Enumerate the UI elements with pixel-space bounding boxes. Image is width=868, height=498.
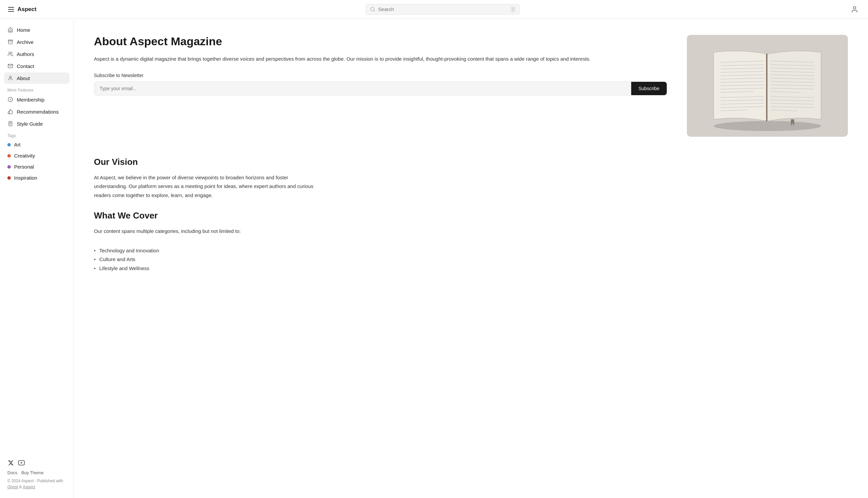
recommendations-icon xyxy=(8,108,13,115)
footer-links: Docs Buy Theme xyxy=(8,470,66,475)
page-title: About Aspect Magazine xyxy=(94,35,667,48)
tags-section: Art Creativity Personal Inspiration xyxy=(0,140,74,183)
vision-title: Our Vision xyxy=(94,157,322,167)
sidebar-item-label: Membership xyxy=(17,97,44,103)
sidebar-item-label: Home xyxy=(17,27,30,33)
tag-label: Art xyxy=(14,142,21,147)
contact-icon xyxy=(8,63,13,69)
sidebar-footer: Docs Buy Theme © 2024 Aspect - Published… xyxy=(0,454,74,493)
sidebar-item-archive[interactable]: Archive xyxy=(4,36,69,48)
email-input[interactable] xyxy=(94,81,631,95)
what-we-cover-list: Technology and Innovation Culture and Ar… xyxy=(94,246,322,273)
about-text: About Aspect Magazine Aspect is a dynami… xyxy=(94,35,667,137)
ghost-link[interactable]: Ghost xyxy=(8,485,18,489)
user-icon xyxy=(851,6,858,13)
brand-title: Aspect xyxy=(17,6,37,13)
art-dot xyxy=(8,143,11,146)
newsletter-form: Subscribe xyxy=(94,81,667,95)
archive-icon xyxy=(8,39,13,45)
tag-label: Inspiration xyxy=(14,175,37,181)
sidebar-nav: Home Archive xyxy=(0,24,74,84)
aspect-link[interactable]: Aspect xyxy=(23,485,35,489)
search-input[interactable] xyxy=(378,6,508,12)
youtube-icon[interactable] xyxy=(18,459,25,466)
menu-toggle-button[interactable] xyxy=(8,7,14,12)
sidebar-item-about[interactable]: About xyxy=(4,73,69,84)
style-guide-icon xyxy=(8,121,13,127)
svg-rect-3 xyxy=(8,40,12,41)
home-icon xyxy=(8,27,13,33)
svg-line-1 xyxy=(374,10,375,11)
sidebar-item-authors[interactable]: Authors xyxy=(4,48,69,60)
sidebar-item-contact[interactable]: Contact xyxy=(4,60,69,72)
tag-art[interactable]: Art xyxy=(4,140,69,150)
newsletter-section: Subscribe to Newsletter Subscribe xyxy=(94,73,667,95)
sidebar-item-label: Contact xyxy=(17,63,34,69)
sidebar-item-label: Style Guide xyxy=(17,121,43,127)
what-we-cover-intro: Our content spans multiple categories, i… xyxy=(94,227,322,236)
newsletter-label: Subscribe to Newsletter xyxy=(94,73,667,78)
svg-point-15 xyxy=(714,121,821,131)
topbar-left: Aspect xyxy=(8,6,37,13)
svg-point-5 xyxy=(9,52,10,54)
twitter-icon[interactable] xyxy=(8,459,14,466)
sidebar-item-home[interactable]: Home xyxy=(4,24,69,36)
membership-icon xyxy=(8,96,13,103)
social-links xyxy=(8,459,66,466)
sidebar-item-style-guide[interactable]: Style Guide xyxy=(4,118,69,129)
tag-inspiration[interactable]: Inspiration xyxy=(4,173,69,183)
more-features-nav: Membership Recommendations xyxy=(0,94,74,129)
about-description: Aspect is a dynamic digital magazine tha… xyxy=(94,55,667,63)
more-features-label: More Features xyxy=(0,84,74,94)
tags-label: Tags xyxy=(0,129,74,140)
tag-label: Creativity xyxy=(14,153,35,158)
vision-text: At Aspect, we believe in the power of di… xyxy=(94,173,322,200)
svg-point-7 xyxy=(9,76,11,78)
search-bar[interactable]: / xyxy=(366,4,520,15)
list-item: Lifestyle and Wellness xyxy=(94,264,322,273)
user-account-button[interactable] xyxy=(849,4,860,15)
creativity-dot xyxy=(8,154,11,158)
subscribe-button[interactable]: Subscribe xyxy=(631,82,667,95)
content-body: Our Vision At Aspect, we believe in the … xyxy=(94,157,322,273)
svg-marker-13 xyxy=(21,462,23,463)
buy-theme-link[interactable]: Buy Theme xyxy=(22,470,43,475)
sidebar-item-membership[interactable]: Membership xyxy=(4,94,69,105)
main-layout: Home Archive xyxy=(0,19,868,498)
personal-dot xyxy=(8,165,11,169)
search-icon xyxy=(370,7,375,12)
sidebar-item-label: Archive xyxy=(17,39,34,45)
search-shortcut: / xyxy=(510,6,515,12)
docs-link[interactable]: Docs xyxy=(8,470,17,475)
footer-copyright: © 2024 Aspect - Published with Ghost & A… xyxy=(8,478,66,490)
topbar: Aspect / xyxy=(0,0,868,19)
tag-label: Personal xyxy=(14,164,34,170)
svg-point-2 xyxy=(853,6,856,9)
about-image xyxy=(687,35,848,137)
about-icon xyxy=(8,75,13,81)
sidebar-item-recommendations[interactable]: Recommendations xyxy=(4,106,69,117)
main-content: About Aspect Magazine Aspect is a dynami… xyxy=(74,19,868,498)
svg-rect-9 xyxy=(9,121,12,126)
about-grid: About Aspect Magazine Aspect is a dynami… xyxy=(94,35,848,137)
authors-icon xyxy=(8,51,13,57)
tag-personal[interactable]: Personal xyxy=(4,161,69,172)
list-item: Culture and Arts xyxy=(94,255,322,264)
sidebar-item-label: About xyxy=(17,75,30,81)
sidebar-item-label: Recommendations xyxy=(17,109,59,115)
sidebar-item-label: Authors xyxy=(17,51,34,57)
book-svg xyxy=(687,35,848,137)
what-we-cover-title: What We Cover xyxy=(94,210,322,221)
sidebar: Home Archive xyxy=(0,19,74,498)
tag-creativity[interactable]: Creativity xyxy=(4,150,69,161)
inspiration-dot xyxy=(8,176,11,180)
list-item: Technology and Innovation xyxy=(94,246,322,255)
